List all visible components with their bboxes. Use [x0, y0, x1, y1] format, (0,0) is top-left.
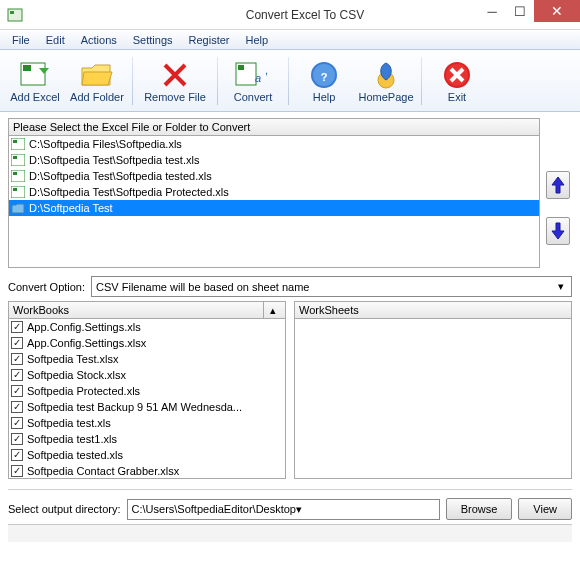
titlebar: Convert Excel To CSV ─ ☐ ✕	[0, 0, 580, 30]
file-path: D:\Softpedia Test\Softpedia Protected.xl…	[29, 186, 229, 198]
remove-file-button[interactable]: Remove File	[139, 53, 211, 109]
workbook-name: Softpedia Contact Grabber.xlsx	[27, 465, 179, 477]
menu-help[interactable]: Help	[238, 32, 277, 48]
workbooks-list[interactable]: App.Config.Settings.xlsApp.Config.Settin…	[8, 319, 286, 479]
toolbar-separator	[421, 57, 422, 105]
chevron-down-icon: ▾	[553, 280, 569, 293]
help-button[interactable]: ? Help	[295, 53, 353, 109]
checkbox[interactable]	[11, 433, 23, 445]
workbook-row[interactable]: Softpedia Test.xlsx	[9, 351, 285, 367]
menu-file[interactable]: File	[4, 32, 38, 48]
menu-settings[interactable]: Settings	[125, 32, 181, 48]
file-path: D:\Softpedia Test	[29, 202, 113, 214]
xls-icon	[11, 186, 25, 198]
chevron-up-icon[interactable]: ▴	[263, 302, 281, 318]
workbooks-header: WorkBooks ▴	[8, 301, 286, 319]
exit-label: Exit	[448, 91, 466, 103]
worksheets-header-label: WorkSheets	[299, 304, 359, 316]
view-label: View	[533, 503, 557, 515]
file-row[interactable]: D:\Softpedia Test\Softpedia test.xls	[9, 152, 539, 168]
svg-rect-5	[238, 65, 244, 70]
convert-option-select[interactable]: CSV Filename will be based on sheet name…	[91, 276, 572, 297]
workbook-name: Softpedia Stock.xlsx	[27, 369, 126, 381]
view-button[interactable]: View	[518, 498, 572, 520]
checkbox[interactable]	[11, 337, 23, 349]
convert-button[interactable]: a, Convert	[224, 53, 282, 109]
add-folder-label: Add Folder	[70, 91, 124, 103]
file-row[interactable]: D:\Softpedia Test\Softpedia tested.xls	[9, 168, 539, 184]
workbook-row[interactable]: Softpedia Protected.xls	[9, 383, 285, 399]
workbook-row[interactable]: Softpedia Contact Grabber.xlsx	[9, 463, 285, 479]
toolbar: Add Excel Add Folder Remove File a, Conv…	[0, 50, 580, 112]
file-path: D:\Softpedia Test\Softpedia test.xls	[29, 154, 199, 166]
menubar: File Edit Actions Settings Register Help	[0, 30, 580, 50]
xls-icon	[11, 154, 25, 166]
workbook-name: Softpedia test1.xls	[27, 433, 117, 445]
checkbox[interactable]	[11, 321, 23, 333]
workbook-row[interactable]: Softpedia tested.xls	[9, 447, 285, 463]
file-list[interactable]: C:\Softpedia Files\Softpedia.xlsD:\Softp…	[8, 136, 540, 268]
convert-option-label: Convert Option:	[8, 281, 85, 293]
move-down-button[interactable]	[546, 217, 570, 245]
checkbox[interactable]	[11, 417, 23, 429]
file-row[interactable]: D:\Softpedia Test	[9, 200, 539, 216]
checkbox[interactable]	[11, 385, 23, 397]
close-button[interactable]: ✕	[534, 0, 580, 22]
workbook-row[interactable]: Softpedia test1.xls	[9, 431, 285, 447]
output-dir-input[interactable]: C:\Users\SoftpediaEditor\Desktop ▾	[127, 499, 440, 520]
move-up-button[interactable]	[546, 171, 570, 199]
convert-icon: a,	[235, 59, 271, 91]
toolbar-separator	[132, 57, 133, 105]
workbook-row[interactable]: Softpedia Stock.xlsx	[9, 367, 285, 383]
status-bar	[8, 524, 572, 542]
folder-icon	[80, 59, 114, 91]
workbook-name: Softpedia Test.xlsx	[27, 353, 119, 365]
worksheets-list[interactable]	[294, 319, 572, 479]
workbook-name: Softpedia test.xls	[27, 417, 111, 429]
add-folder-button[interactable]: Add Folder	[68, 53, 126, 109]
file-row[interactable]: C:\Softpedia Files\Softpedia.xls	[9, 136, 539, 152]
checkbox[interactable]	[11, 353, 23, 365]
toolbar-separator	[217, 57, 218, 105]
homepage-label: HomePage	[358, 91, 413, 103]
minimize-button[interactable]: ─	[478, 0, 506, 22]
svg-rect-0	[8, 9, 22, 21]
file-path: D:\Softpedia Test\Softpedia tested.xls	[29, 170, 212, 182]
menu-edit[interactable]: Edit	[38, 32, 73, 48]
checkbox[interactable]	[11, 449, 23, 461]
app-icon	[0, 7, 30, 23]
excel-icon	[19, 59, 51, 91]
workbook-row[interactable]: App.Config.Settings.xls	[9, 319, 285, 335]
workbook-row[interactable]: Softpedia test.xls	[9, 415, 285, 431]
exit-button[interactable]: Exit	[428, 53, 486, 109]
workbook-row[interactable]: Softpedia test Backup 9 51 AM Wednesda..…	[9, 399, 285, 415]
svg-rect-15	[13, 140, 17, 143]
remove-icon	[161, 59, 189, 91]
workbook-name: App.Config.Settings.xlsx	[27, 337, 146, 349]
workbook-row[interactable]: App.Config.Settings.xlsx	[9, 335, 285, 351]
workbook-name: App.Config.Settings.xls	[27, 321, 141, 333]
remove-file-label: Remove File	[144, 91, 206, 103]
checkbox[interactable]	[11, 465, 23, 477]
xls-icon	[11, 170, 25, 182]
maximize-button[interactable]: ☐	[506, 0, 534, 22]
checkbox[interactable]	[11, 369, 23, 381]
homepage-button[interactable]: HomePage	[357, 53, 415, 109]
svg-rect-3	[23, 65, 31, 71]
checkbox[interactable]	[11, 401, 23, 413]
worksheets-header: WorkSheets	[294, 301, 572, 319]
file-panel-header: Please Select the Excel File or Folder t…	[8, 118, 540, 136]
add-excel-button[interactable]: Add Excel	[6, 53, 64, 109]
toolbar-separator	[288, 57, 289, 105]
help-label: Help	[313, 91, 336, 103]
workbooks-header-label: WorkBooks	[13, 304, 69, 316]
convert-label: Convert	[234, 91, 273, 103]
menu-actions[interactable]: Actions	[73, 32, 125, 48]
menu-register[interactable]: Register	[181, 32, 238, 48]
help-icon: ?	[309, 59, 339, 91]
file-row[interactable]: D:\Softpedia Test\Softpedia Protected.xl…	[9, 184, 539, 200]
svg-rect-19	[13, 172, 17, 175]
workbook-name: Softpedia test Backup 9 51 AM Wednesda..…	[27, 401, 242, 413]
svg-text:,: ,	[265, 64, 268, 76]
browse-button[interactable]: Browse	[446, 498, 513, 520]
